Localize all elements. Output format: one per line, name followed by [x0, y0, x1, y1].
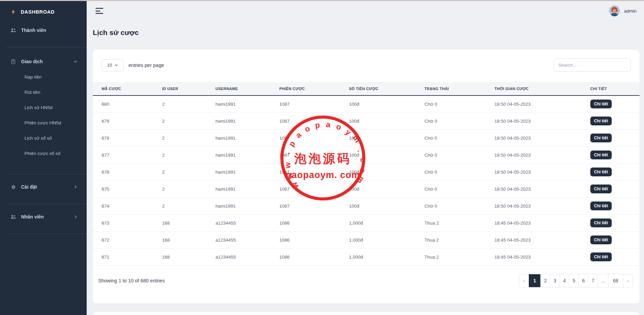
cell-phien: 1087: [279, 129, 349, 146]
cell-username: hami1991: [215, 197, 279, 214]
cell-id: 2: [162, 146, 215, 163]
page-size-select[interactable]: 10: [102, 59, 124, 71]
cell-thoigian: 18:50 04-05-2023: [494, 180, 590, 197]
detail-button[interactable]: Chi tiết: [590, 252, 612, 261]
column-header: ID USER: [162, 82, 215, 95]
cell-tien: 1,000đ: [349, 248, 424, 265]
cell-tien: 100đ: [349, 95, 424, 112]
pagination-prev[interactable]: ‹: [519, 274, 529, 287]
sidebar-item-thanh-vien[interactable]: Thành viên: [0, 22, 87, 38]
detail-button[interactable]: Chi tiết: [590, 100, 612, 108]
page-button-7[interactable]: 7: [588, 274, 597, 287]
cell-username: hami1991: [215, 95, 279, 112]
page-ellipsis: ...: [597, 274, 608, 287]
sidebar-subitem-rut-tien[interactable]: Rút tiền: [0, 85, 87, 100]
clipboard-icon: [10, 59, 16, 65]
cell-ma: 675: [93, 180, 162, 197]
cell-trangthai: Chờ 0: [424, 112, 494, 129]
page-button-2[interactable]: 2: [540, 274, 550, 287]
cell-thoigian: 18:50 04-05-2023: [494, 112, 590, 129]
sidebar-subitem-nap-tien[interactable]: Nạp tiền: [0, 69, 87, 85]
cell-thoigian: 18:45 04-05-2023: [494, 248, 590, 265]
column-header: PHIÊN CƯỢC: [279, 82, 349, 95]
cell-username: hami1991: [215, 180, 279, 197]
cell-id: 168: [162, 214, 215, 231]
cell-phien: 1087: [279, 146, 349, 163]
sidebar-subitem-phien-cuoc-xo-so[interactable]: Phiên cược xổ số: [0, 146, 87, 161]
cell-id: 168: [162, 248, 215, 265]
subitem-label: Phiên cược xổ số: [24, 151, 60, 156]
cell-tien: 100đ: [349, 163, 424, 180]
chevron-down-icon: [72, 59, 79, 64]
column-header: SỐ TIỀN CƯỢC: [349, 82, 424, 95]
detail-button[interactable]: Chi tiết: [590, 168, 612, 176]
search-input[interactable]: [553, 58, 631, 72]
detail-button[interactable]: Chi tiết: [590, 117, 612, 125]
table-row: 6782hami19911087100đChờ 018:50 04-05-202…: [93, 129, 640, 146]
cell-phien: 1087: [279, 197, 349, 214]
cell-tien: 100đ: [349, 112, 424, 129]
sidebar-divider: [6, 47, 87, 48]
user-menu[interactable]: admin: [609, 5, 637, 16]
sidebar-item-giao-dich[interactable]: Giao dịch: [0, 54, 87, 69]
detail-button[interactable]: Chi tiết: [590, 202, 612, 210]
table-row: 673168a123445510861,000đThua 218:45 04-0…: [93, 214, 640, 231]
detail-button[interactable]: Chi tiết: [590, 185, 612, 193]
subitem-label: Nạp tiền: [24, 74, 41, 80]
cell-id: 2: [162, 163, 215, 180]
cell-username: hami1991: [215, 129, 279, 146]
detail-button[interactable]: Chi tiết: [590, 151, 612, 159]
cell-phien: 1087: [279, 163, 349, 180]
cell-phien: 1087: [279, 95, 349, 112]
sidebar-item-label: Thành viên: [21, 28, 46, 33]
cell-thoigian: 18:50 04-05-2023: [494, 129, 590, 146]
cell-trangthai: Chờ 0: [424, 180, 494, 197]
cell-tien: 100đ: [349, 197, 424, 214]
cell-ma: 674: [93, 197, 162, 214]
cell-thoigian: 18:45 04-05-2023: [494, 231, 590, 248]
page-title: Lịch sử cược: [93, 29, 644, 37]
page-button-5[interactable]: 5: [569, 274, 578, 287]
sidebar-item-label: Nhân viên: [21, 214, 44, 220]
detail-button[interactable]: Chi tiết: [590, 218, 612, 227]
cell-ma: 671: [93, 248, 162, 265]
topbar: admin: [87, 0, 644, 22]
page-button-68[interactable]: 68: [608, 274, 623, 287]
table-row: 6772hami19911087100đChờ 018:50 04-05-202…: [93, 146, 640, 163]
page-button-4[interactable]: 4: [559, 274, 569, 287]
detail-button[interactable]: Chi tiết: [590, 235, 612, 244]
lightning-icon: [10, 9, 16, 15]
sidebar-item-nhan-vien[interactable]: Nhân viên: [0, 209, 87, 225]
column-header: MÃ CƯỢC: [93, 82, 162, 95]
cell-trangthai: Thua 2: [424, 231, 494, 248]
subitem-label: Rút tiền: [24, 90, 40, 95]
gear-icon: [10, 184, 16, 190]
cell-id: 2: [162, 129, 215, 146]
sidebar-item-cai-dat[interactable]: Cài đặt: [0, 179, 87, 195]
user-label: admin: [624, 8, 637, 14]
chevron-down-icon: [115, 63, 118, 67]
subitem-label: Lịch sử xổ số: [24, 136, 52, 141]
sidebar-subitem-lich-su-xo-so[interactable]: Lịch sử xổ số: [0, 130, 87, 146]
cell-thoigian: 18:50 04-05-2023: [494, 197, 590, 214]
hamburger-menu-icon[interactable]: [95, 8, 103, 14]
brand[interactable]: DASHBROAD: [0, 0, 87, 15]
page-button-3[interactable]: 3: [550, 274, 559, 287]
sidebar-divider: [6, 234, 87, 234]
cell-ma: 678: [93, 129, 162, 146]
subitem-label: Phiên cược HN5d: [24, 120, 61, 125]
cell-username: a1234455: [215, 214, 279, 231]
page-button-1[interactable]: 1: [529, 274, 540, 287]
sidebar-subitem-phien-cuoc-hn5d[interactable]: Phiên cược HN5d: [0, 115, 87, 130]
table-header-row: MÃ CƯỢCID USERUSERNAMEPHIÊN CƯỢCSỐ TIỀN …: [93, 82, 640, 95]
detail-button[interactable]: Chi tiết: [590, 134, 612, 142]
sidebar-subitem-lich-su-hn5d[interactable]: Lịch sử HN5d: [0, 100, 87, 115]
pagination-next[interactable]: ›: [623, 274, 632, 287]
cell-phien: 1086: [279, 214, 349, 231]
table-controls: 10 entries per page: [93, 50, 640, 72]
page-button-6[interactable]: 6: [578, 274, 588, 287]
cell-id: 168: [162, 231, 215, 248]
page-size-value: 10: [107, 63, 112, 68]
sidebar-divider: [6, 174, 87, 174]
column-header: TRẠNG THÁI: [424, 82, 494, 95]
